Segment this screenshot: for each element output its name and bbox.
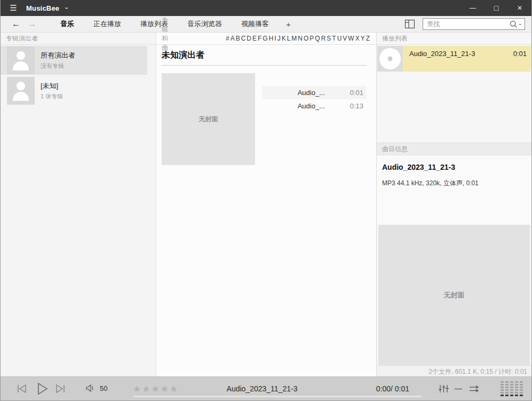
search-input[interactable] <box>427 20 510 28</box>
main-area: 专辑演出者 所有演出者 没有专辑 [未知] 1 张专辑 专辑和曲目 #ABCD <box>1 33 531 376</box>
artist-avatar-icon <box>7 77 35 105</box>
track-title: Audio_... <box>262 102 334 110</box>
artist-avatar-icon <box>7 46 35 74</box>
track-info-details: MP3 44.1 kHz, 320k, 立体声, 0:01 <box>382 179 526 188</box>
add-tab-button[interactable]: + <box>279 20 298 29</box>
nav-arrows: ← → <box>9 19 39 29</box>
tabbar-right-tools: ⌄ <box>404 18 531 30</box>
player-bar: 50 ★★★★★ Audio_2023_11_21-3 0:00/ 0:01 — <box>1 376 531 400</box>
tab-now-playing[interactable]: 正在播放 <box>84 16 131 32</box>
maximize-button[interactable]: □ <box>485 0 508 16</box>
playlist-panel: 播放列表 Audio_2023_11_21-3 0:01 曲目信息 Audio_… <box>376 33 531 376</box>
track-row[interactable]: Audio_... 0:01 <box>262 86 367 99</box>
tab-bar: ← → 音乐 正在播放 播放列表 音乐浏览器 视频播客 + <box>1 16 531 33</box>
artist-item-all[interactable]: 所有演出者 没有专辑 <box>1 46 147 75</box>
library-status-text: 2个文件, 601.1 K, 0:15 / 计时: 0:01 <box>377 365 531 376</box>
albums-tracks-header: 专辑和曲目 #ABCDEFGHIJKLMNOPQRSTUVWXYZ <box>156 33 376 45</box>
track-title: Audio_... <box>262 89 334 97</box>
volume-value: 50 <box>100 384 107 392</box>
album-artists-header: 专辑演出者 <box>1 33 156 45</box>
shuffle-icon[interactable] <box>468 384 481 394</box>
track-info-header: 曲目信息 <box>377 143 531 155</box>
rating-stars[interactable]: ★★★★★ <box>133 383 179 395</box>
title-bar: ☰ MusicBee ⌄ — □ ✕ <box>1 0 531 16</box>
track-duration: 0:13 <box>334 102 367 110</box>
search-box: ⌄ <box>423 18 525 30</box>
close-button[interactable]: ✕ <box>508 0 531 16</box>
speaker-icon <box>86 384 95 392</box>
disc-icon <box>377 46 403 72</box>
track-row[interactable]: Audio_... 0:13 <box>262 99 367 113</box>
progress-bar[interactable] <box>134 396 422 397</box>
search-icon[interactable] <box>510 20 518 28</box>
track-info-title: Audio_2023_11_21-3 <box>382 163 526 171</box>
now-playing-title: Audio_2023_11_21-3 <box>198 384 326 393</box>
tab-playlists[interactable]: 播放列表 <box>131 16 178 32</box>
albums-tracks-body: 未知演出者 无封面 Audio_... 0:01 Audio_... 0:13 <box>156 45 376 165</box>
tab-music[interactable]: 音乐 <box>51 16 84 32</box>
volume-control[interactable]: 50 <box>86 384 107 392</box>
playlist-header: 播放列表 <box>377 33 531 45</box>
previous-track-button[interactable] <box>15 383 28 395</box>
minimize-button[interactable]: — <box>461 0 485 16</box>
hamburger-menu-icon[interactable]: ☰ <box>1 0 26 16</box>
track-info-body: Audio_2023_11_21-3 MP3 44.1 kHz, 320k, 立… <box>377 155 531 225</box>
playlist-item[interactable]: Audio_2023_11_21-3 0:01 <box>377 46 531 72</box>
app-menu-chevron-down-icon[interactable]: ⌄ <box>63 3 69 11</box>
next-track-button[interactable] <box>54 383 67 395</box>
back-arrow-icon[interactable]: ← <box>9 19 23 29</box>
app-title: MusicBee <box>26 4 59 12</box>
album-cover-placeholder[interactable]: 无封面 <box>162 73 255 165</box>
musicbee-window: ☰ MusicBee ⌄ — □ ✕ ← → 音乐 正在播放 播放列表 音乐浏览… <box>0 0 532 401</box>
playlist-item-body: Audio_2023_11_21-3 0:01 <box>403 46 531 72</box>
album-artists-panel: 专辑演出者 所有演出者 没有专辑 [未知] 1 张专辑 <box>1 33 156 376</box>
track-list: Audio_... 0:01 Audio_... 0:13 <box>262 86 367 165</box>
play-button[interactable] <box>34 381 50 396</box>
albums-tracks-panel: 专辑和曲目 #ABCDEFGHIJKLMNOPQRSTUVWXYZ 未知演出者 … <box>156 33 376 376</box>
now-playing-cover-placeholder[interactable]: 无封面 <box>378 225 530 365</box>
artist-title: 所有演出者 <box>41 51 75 60</box>
search-options-chevron-down-icon[interactable]: ⌄ <box>518 20 522 26</box>
track-duration: 0:01 <box>334 89 367 97</box>
artist-item-unknown[interactable]: [未知] 1 张专辑 <box>1 76 147 105</box>
alphabet-jump-bar[interactable]: #ABCDEFGHIJKLMNOPQRSTUVWXYZ <box>226 35 371 42</box>
playlist-item-title: Audio_2023_11_21-3 <box>409 50 513 58</box>
layout-panels-icon[interactable] <box>404 19 415 29</box>
spectrum-visualizer-icon[interactable] <box>501 381 525 396</box>
playlist-item-duration: 0:01 <box>513 50 527 58</box>
collapse-player-icon[interactable]: — <box>453 383 464 394</box>
playlist-area: Audio_2023_11_21-3 0:01 <box>377 45 531 143</box>
tab-video-podcasts[interactable]: 视频播客 <box>232 16 279 32</box>
tab-music-explorer[interactable]: 音乐浏览器 <box>178 16 232 32</box>
artist-heading: 未知演出者 <box>162 50 367 66</box>
artist-subtitle: 1 张专辑 <box>41 92 63 100</box>
playback-time: 0:00/ 0:01 <box>364 384 409 393</box>
artist-title: [未知] <box>41 81 63 91</box>
artist-subtitle: 没有专辑 <box>41 62 75 70</box>
forward-arrow-icon[interactable]: → <box>25 19 39 29</box>
equalizer-sliders-icon[interactable] <box>437 383 450 394</box>
album-row: 无封面 Audio_... 0:01 Audio_... 0:13 <box>162 73 367 165</box>
